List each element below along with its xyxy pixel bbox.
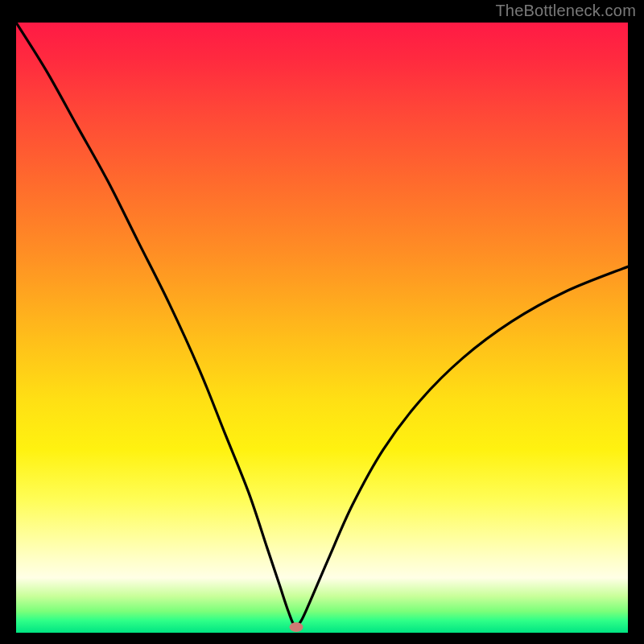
curve-svg (16, 23, 628, 633)
watermark-text: TheBottleneck.com (495, 2, 636, 20)
plot-area (16, 23, 628, 633)
optimum-marker (290, 622, 303, 632)
bottleneck-curve-path (16, 23, 628, 626)
chart-stage: TheBottleneck.com (0, 0, 644, 644)
